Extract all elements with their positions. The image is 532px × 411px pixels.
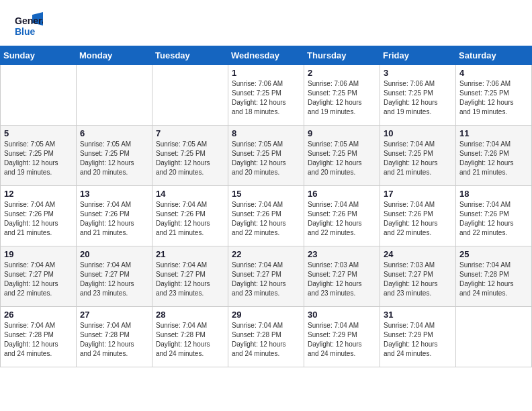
day-info: Sunrise: 7:04 AM Sunset: 7:26 PM Dayligh… [308, 200, 376, 238]
day-number: 27 [80, 310, 148, 320]
calendar-week-row: 19Sunrise: 7:04 AM Sunset: 7:27 PM Dayli… [1, 246, 532, 307]
day-number: 7 [156, 128, 224, 138]
weekday-header-wednesday: Wednesday [228, 46, 304, 65]
day-number: 14 [156, 189, 224, 199]
day-info: Sunrise: 7:05 AM Sunset: 7:25 PM Dayligh… [4, 140, 73, 177]
calendar-cell: 28Sunrise: 7:04 AM Sunset: 7:28 PM Dayli… [152, 307, 228, 367]
day-info: Sunrise: 7:04 AM Sunset: 7:27 PM Dayligh… [80, 261, 148, 298]
calendar-cell: 5Sunrise: 7:05 AM Sunset: 7:25 PM Daylig… [1, 126, 77, 186]
day-info: Sunrise: 7:05 AM Sunset: 7:25 PM Dayligh… [308, 140, 376, 177]
day-info: Sunrise: 7:04 AM Sunset: 7:29 PM Dayligh… [308, 321, 376, 359]
day-info: Sunrise: 7:04 AM Sunset: 7:27 PM Dayligh… [232, 261, 300, 298]
day-number: 20 [80, 249, 148, 259]
calendar-cell [1, 65, 77, 126]
weekday-header-friday: Friday [380, 46, 456, 65]
day-number: 1 [232, 68, 300, 78]
day-info: Sunrise: 7:04 AM Sunset: 7:29 PM Dayligh… [384, 321, 452, 359]
day-number: 19 [4, 249, 73, 259]
calendar-cell: 6Sunrise: 7:05 AM Sunset: 7:25 PM Daylig… [77, 126, 152, 186]
calendar-cell: 22Sunrise: 7:04 AM Sunset: 7:27 PM Dayli… [228, 246, 304, 307]
calendar-cell: 10Sunrise: 7:04 AM Sunset: 7:25 PM Dayli… [380, 126, 456, 186]
calendar-cell [152, 65, 228, 126]
logo-icon: GeneralBlue [13, 11, 43, 40]
day-info: Sunrise: 7:04 AM Sunset: 7:26 PM Dayligh… [459, 140, 528, 177]
day-info: Sunrise: 7:04 AM Sunset: 7:28 PM Dayligh… [156, 321, 224, 359]
day-info: Sunrise: 7:05 AM Sunset: 7:25 PM Dayligh… [80, 140, 148, 177]
day-info: Sunrise: 7:04 AM Sunset: 7:28 PM Dayligh… [4, 321, 73, 359]
calendar-week-row: 12Sunrise: 7:04 AM Sunset: 7:26 PM Dayli… [1, 186, 532, 246]
calendar-cell: 12Sunrise: 7:04 AM Sunset: 7:26 PM Dayli… [1, 186, 77, 246]
day-number: 31 [384, 310, 452, 320]
day-number: 30 [308, 310, 376, 320]
calendar-cell: 2Sunrise: 7:06 AM Sunset: 7:25 PM Daylig… [304, 65, 380, 126]
logo: GeneralBlue [13, 11, 43, 40]
day-number: 5 [4, 128, 73, 138]
page-header: GeneralBlue [0, 0, 532, 46]
day-number: 10 [384, 128, 452, 138]
calendar-cell: 20Sunrise: 7:04 AM Sunset: 7:27 PM Dayli… [77, 246, 152, 307]
day-number: 8 [232, 128, 300, 138]
calendar-cell: 17Sunrise: 7:04 AM Sunset: 7:26 PM Dayli… [380, 186, 456, 246]
svg-text:Blue: Blue [15, 26, 36, 37]
calendar-cell: 31Sunrise: 7:04 AM Sunset: 7:29 PM Dayli… [380, 307, 456, 367]
day-info: Sunrise: 7:05 AM Sunset: 7:25 PM Dayligh… [156, 140, 224, 177]
day-number: 3 [384, 68, 452, 78]
calendar-week-row: 26Sunrise: 7:04 AM Sunset: 7:28 PM Dayli… [1, 307, 532, 367]
day-number: 25 [459, 249, 528, 259]
calendar-cell: 3Sunrise: 7:06 AM Sunset: 7:25 PM Daylig… [380, 65, 456, 126]
day-number: 28 [156, 310, 224, 320]
day-info: Sunrise: 7:04 AM Sunset: 7:26 PM Dayligh… [156, 200, 224, 238]
day-info: Sunrise: 7:04 AM Sunset: 7:28 PM Dayligh… [80, 321, 148, 359]
calendar-cell: 25Sunrise: 7:04 AM Sunset: 7:28 PM Dayli… [456, 246, 532, 307]
day-number: 13 [80, 189, 148, 199]
day-number: 29 [232, 310, 300, 320]
calendar-cell: 14Sunrise: 7:04 AM Sunset: 7:26 PM Dayli… [152, 186, 228, 246]
day-info: Sunrise: 7:04 AM Sunset: 7:27 PM Dayligh… [4, 261, 73, 298]
calendar-week-row: 1Sunrise: 7:06 AM Sunset: 7:25 PM Daylig… [1, 65, 532, 126]
day-info: Sunrise: 7:06 AM Sunset: 7:25 PM Dayligh… [232, 79, 300, 117]
day-info: Sunrise: 7:05 AM Sunset: 7:25 PM Dayligh… [232, 140, 300, 177]
day-info: Sunrise: 7:04 AM Sunset: 7:28 PM Dayligh… [232, 321, 300, 359]
calendar-cell: 16Sunrise: 7:04 AM Sunset: 7:26 PM Dayli… [304, 186, 380, 246]
weekday-header-monday: Monday [77, 46, 152, 65]
day-number: 15 [232, 189, 300, 199]
calendar-cell: 30Sunrise: 7:04 AM Sunset: 7:29 PM Dayli… [304, 307, 380, 367]
day-info: Sunrise: 7:06 AM Sunset: 7:25 PM Dayligh… [384, 79, 452, 117]
day-number: 11 [459, 128, 528, 138]
weekday-header-thursday: Thursday [304, 46, 380, 65]
calendar-cell: 29Sunrise: 7:04 AM Sunset: 7:28 PM Dayli… [228, 307, 304, 367]
calendar-cell: 7Sunrise: 7:05 AM Sunset: 7:25 PM Daylig… [152, 126, 228, 186]
day-number: 2 [308, 68, 376, 78]
calendar-cell: 18Sunrise: 7:04 AM Sunset: 7:26 PM Dayli… [456, 186, 532, 246]
calendar-cell: 11Sunrise: 7:04 AM Sunset: 7:26 PM Dayli… [456, 126, 532, 186]
calendar-cell: 23Sunrise: 7:03 AM Sunset: 7:27 PM Dayli… [304, 246, 380, 307]
calendar-table: SundayMondayTuesdayWednesdayThursdayFrid… [0, 46, 532, 367]
day-number: 17 [384, 189, 452, 199]
day-info: Sunrise: 7:04 AM Sunset: 7:26 PM Dayligh… [232, 200, 300, 238]
calendar-cell: 19Sunrise: 7:04 AM Sunset: 7:27 PM Dayli… [1, 246, 77, 307]
day-number: 22 [232, 249, 300, 259]
calendar-cell: 15Sunrise: 7:04 AM Sunset: 7:26 PM Dayli… [228, 186, 304, 246]
calendar-cell [456, 307, 532, 367]
day-info: Sunrise: 7:06 AM Sunset: 7:25 PM Dayligh… [459, 79, 528, 117]
day-info: Sunrise: 7:04 AM Sunset: 7:28 PM Dayligh… [459, 261, 528, 298]
calendar-cell: 27Sunrise: 7:04 AM Sunset: 7:28 PM Dayli… [77, 307, 152, 367]
day-number: 9 [308, 128, 376, 138]
day-info: Sunrise: 7:04 AM Sunset: 7:26 PM Dayligh… [459, 200, 528, 238]
calendar-cell: 26Sunrise: 7:04 AM Sunset: 7:28 PM Dayli… [1, 307, 77, 367]
calendar-cell [77, 65, 152, 126]
day-number: 24 [384, 249, 452, 259]
calendar-cell: 24Sunrise: 7:03 AM Sunset: 7:27 PM Dayli… [380, 246, 456, 307]
day-info: Sunrise: 7:04 AM Sunset: 7:26 PM Dayligh… [80, 200, 148, 238]
weekday-header-sunday: Sunday [1, 46, 77, 65]
day-number: 18 [459, 189, 528, 199]
day-info: Sunrise: 7:06 AM Sunset: 7:25 PM Dayligh… [308, 79, 376, 117]
calendar-cell: 21Sunrise: 7:04 AM Sunset: 7:27 PM Dayli… [152, 246, 228, 307]
day-number: 12 [4, 189, 73, 199]
weekday-header-row: SundayMondayTuesdayWednesdayThursdayFrid… [1, 46, 532, 65]
day-info: Sunrise: 7:03 AM Sunset: 7:27 PM Dayligh… [384, 261, 452, 298]
day-number: 4 [459, 68, 528, 78]
calendar-cell: 9Sunrise: 7:05 AM Sunset: 7:25 PM Daylig… [304, 126, 380, 186]
day-number: 21 [156, 249, 224, 259]
calendar-cell: 8Sunrise: 7:05 AM Sunset: 7:25 PM Daylig… [228, 126, 304, 186]
